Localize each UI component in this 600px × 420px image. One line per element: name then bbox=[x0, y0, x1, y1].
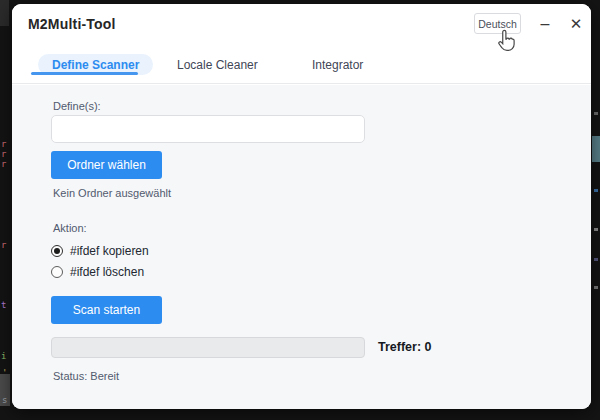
defines-input[interactable] bbox=[51, 115, 365, 143]
tab-locale-cleaner[interactable]: Locale Cleaner bbox=[177, 58, 258, 72]
background-code-block bbox=[594, 228, 598, 231]
status-text: Status: Bereit bbox=[53, 370, 119, 382]
background-code-glyph: t bbox=[1, 301, 6, 310]
app-window: M2Multi-Tool Deutsch – ✕ Define Scanner … bbox=[12, 4, 591, 409]
background-code-glyph: s bbox=[2, 396, 7, 405]
background-code-block bbox=[594, 258, 598, 261]
active-tab-underline bbox=[31, 72, 138, 75]
background-code-block bbox=[592, 136, 600, 162]
background-code-block bbox=[0, 0, 9, 26]
radio-unselected-icon bbox=[51, 266, 63, 278]
tab-integrator[interactable]: Integrator bbox=[312, 58, 363, 72]
background-code-block bbox=[594, 189, 598, 192]
background-code-glyph: r bbox=[1, 150, 6, 159]
background-code-glyph: r bbox=[1, 160, 6, 169]
background-code-glyph: ' bbox=[2, 369, 7, 378]
start-scan-button[interactable]: Scan starten bbox=[51, 296, 162, 324]
defines-label: Define(s): bbox=[53, 100, 101, 112]
action-label: Aktion: bbox=[53, 222, 87, 234]
hits-counter: Treffer: 0 bbox=[378, 340, 432, 354]
minimize-button[interactable]: – bbox=[536, 15, 554, 33]
language-button[interactable]: Deutsch bbox=[474, 13, 521, 34]
radio-ifdef-kopieren[interactable]: #ifdef kopieren bbox=[51, 244, 149, 258]
radio-ifdef-kopieren-label: #ifdef kopieren bbox=[70, 244, 149, 258]
define-scanner-panel: Define(s): Ordner wählen Kein Ordner aus… bbox=[12, 85, 591, 409]
title-bar: M2Multi-Tool Deutsch – ✕ bbox=[12, 4, 591, 50]
no-folder-selected-text: Kein Ordner ausgewählt bbox=[53, 187, 171, 199]
tab-bar: Define Scanner Locale Cleaner Integrator bbox=[12, 50, 591, 84]
background-code-block bbox=[594, 112, 598, 115]
radio-ifdef-loeschen[interactable]: #ifdef löschen bbox=[51, 265, 144, 279]
background-code-block bbox=[594, 286, 598, 289]
background-code-glyph: r bbox=[1, 241, 6, 250]
tab-define-scanner-label: Define Scanner bbox=[52, 58, 139, 72]
radio-selected-icon bbox=[51, 245, 63, 257]
scan-progress-bar bbox=[51, 337, 365, 358]
background-code-glyph: i bbox=[1, 352, 6, 361]
choose-folder-button[interactable]: Ordner wählen bbox=[51, 151, 162, 179]
background-code-glyph: r bbox=[1, 140, 6, 149]
window-title: M2Multi-Tool bbox=[28, 16, 116, 32]
close-button[interactable]: ✕ bbox=[567, 15, 585, 33]
radio-ifdef-loeschen-label: #ifdef löschen bbox=[70, 265, 144, 279]
